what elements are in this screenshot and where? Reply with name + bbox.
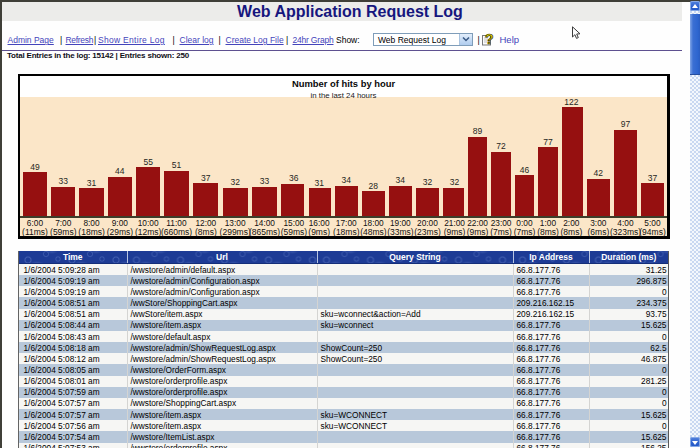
svg-text:?: ?	[485, 31, 494, 47]
